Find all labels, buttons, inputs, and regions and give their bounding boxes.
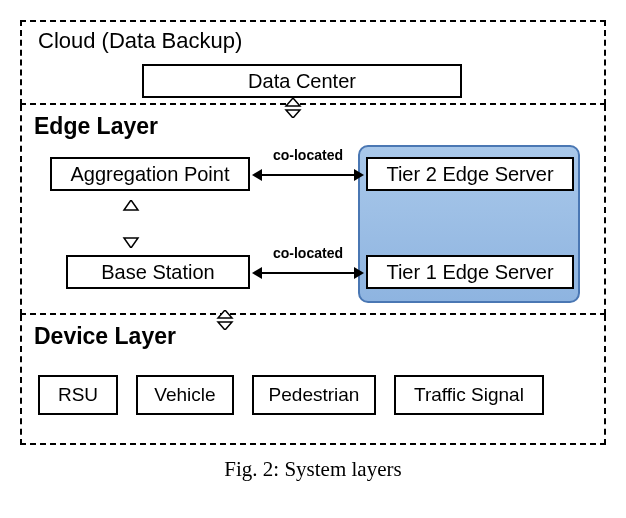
- data-center-box: Data Center: [142, 64, 462, 98]
- rsu-box: RSU: [38, 375, 118, 415]
- bidir-harrow-icon: [254, 272, 362, 274]
- bidir-harrow-icon: [254, 174, 362, 176]
- colocated-label: co-located: [258, 147, 358, 163]
- tier2-edge-server-box: Tier 2 Edge Server: [366, 157, 574, 191]
- base-station-box: Base Station: [66, 255, 250, 289]
- svg-marker-1: [286, 110, 300, 118]
- edge-layer: Edge Layer Aggregation Point Base Statio…: [20, 105, 606, 315]
- pedestrian-box: Pedestrian: [252, 375, 376, 415]
- colocated-label: co-located: [258, 245, 358, 261]
- edge-layer-title: Edge Layer: [34, 113, 158, 140]
- traffic-signal-box: Traffic Signal: [394, 375, 544, 415]
- device-layer-title: Device Layer: [34, 323, 176, 350]
- svg-marker-2: [124, 200, 138, 210]
- svg-marker-0: [286, 98, 300, 106]
- cloud-layer-title: Cloud (Data Backup): [38, 28, 242, 54]
- device-layer: Device Layer RSU Vehicle Pedestrian Traf…: [20, 315, 606, 445]
- svg-marker-4: [218, 310, 232, 318]
- bidir-arrow-icon: [214, 310, 236, 334]
- tier1-edge-server-box: Tier 1 Edge Server: [366, 255, 574, 289]
- svg-marker-5: [218, 322, 232, 330]
- vehicle-box: Vehicle: [136, 375, 234, 415]
- bidir-arrow-icon: [120, 200, 142, 252]
- figure-caption: Fig. 2: System layers: [20, 457, 606, 482]
- system-layers-diagram: Cloud (Data Backup) Data Center Edge Lay…: [20, 20, 606, 445]
- device-row: RSU Vehicle Pedestrian Traffic Signal: [38, 375, 588, 415]
- cloud-layer: Cloud (Data Backup) Data Center: [20, 20, 606, 105]
- aggregation-point-box: Aggregation Point: [50, 157, 250, 191]
- bidir-arrow-icon: [282, 98, 304, 122]
- svg-marker-3: [124, 238, 138, 248]
